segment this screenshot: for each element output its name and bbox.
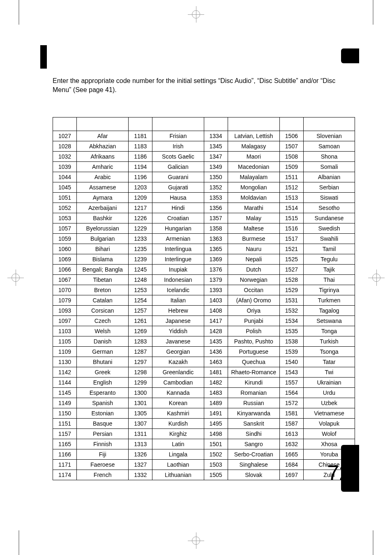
table-row: 1150Estonian1305Kashmiri1491Kinyarwanda1… [53,408,355,419]
language-cell: Frisian [152,131,204,141]
language-cell: Welsh [77,326,129,336]
code-cell: 1417 [204,316,228,326]
code-cell: 1665 [279,449,303,460]
language-cell: Dutch [228,265,279,275]
language-cell: Lithuanian [152,470,204,480]
language-cell: Gujarati [152,182,204,193]
code-cell: 1334 [204,131,228,141]
code-cell: 1052 [53,203,77,213]
page-number: 72 [327,461,351,485]
language-cell: Interlingue [152,254,204,265]
language-cell: Bengali; Bangla [77,265,129,275]
header-language [228,117,279,131]
language-cell: Faeroese [77,460,129,470]
header-language [77,117,129,131]
code-cell: 1245 [129,265,152,275]
language-cell: Sanskrit [228,419,279,429]
code-cell: 1297 [129,357,152,367]
table-row: 1130Bhutani1297Kazakh1463Quechua1540Tata… [53,357,355,367]
language-cell: Swedish [303,223,355,234]
language-cell: Kinyarwanda [228,408,279,419]
language-cell: Bashkir [77,213,129,223]
table-row: 1171Faeroese1327Laothian1503Singhalese16… [53,460,355,470]
language-cell: Tsonga [303,347,355,357]
language-cell: Tonga [303,326,355,336]
table-row: 1149Spanish1301Korean1489Russian1572Uzbe… [53,398,355,408]
language-cell: Danish [77,336,129,347]
language-cell: Thai [303,275,355,285]
table-row: 1093Corsican1257Hebrew1408Oriya1532Tagal… [53,306,355,316]
language-cell: Tatar [303,357,355,367]
language-cell: Shona [303,152,355,162]
code-cell: 1517 [279,234,303,244]
code-cell: 1572 [279,398,303,408]
code-cell: 1217 [129,203,152,213]
intro-text: Enter the appropriate code number for th… [53,76,355,94]
code-cell: 1512 [279,182,303,193]
code-cell: 1463 [204,357,228,367]
code-cell: 1311 [129,429,152,439]
language-cell: Sesotho [303,203,355,213]
language-code-table: 1027Afar1181Frisian1334Latvian, Lettish1… [53,117,355,480]
crop-mark [361,0,374,12]
code-cell: 1357 [204,213,228,223]
language-cell: Singhalese [228,460,279,470]
language-cell: Twi [303,367,355,378]
code-cell: 1498 [204,429,228,439]
code-cell: 1403 [204,295,228,306]
registration-mark-icon [7,269,24,286]
language-cell: Turkish [303,336,355,347]
table-row: 1166Fiji1326Lingala1502Serbo-Croatian166… [53,449,355,460]
code-cell: 1515 [279,213,303,223]
code-cell: 1269 [129,326,152,336]
code-cell: 1697 [279,470,303,480]
code-cell: 1353 [204,193,228,203]
table-row: 1105Danish1283Javanese1435Pashto, Pushto… [53,336,355,347]
code-cell: 1097 [53,316,77,326]
table-header-row [53,117,355,131]
table-row: 1059Bulgarian1233Armenian1363Burmese1517… [53,234,355,244]
header-code [129,117,152,131]
code-cell: 1253 [129,285,152,295]
language-cell: Abkhazian [77,141,129,152]
language-cell: Vietnamese [303,408,355,419]
code-cell: 1369 [204,254,228,265]
code-cell: 1044 [53,172,77,182]
code-cell: 1307 [129,419,152,429]
code-cell: 1436 [204,347,228,357]
code-cell: 1261 [129,316,152,326]
table-row: 1066Bengali; Bangla1245Inupiak1376Dutch1… [53,265,355,275]
language-cell: Latvian, Lettish [228,131,279,141]
code-cell: 1532 [279,306,303,316]
language-cell: Hausa [152,193,204,203]
code-cell: 1632 [279,439,303,449]
code-cell: 1298 [129,367,152,378]
language-cell: Oriya [228,306,279,316]
language-cell: Sangro [228,439,279,449]
code-cell: 1093 [53,306,77,316]
code-cell: 1079 [53,295,77,306]
language-cell: Laothian [152,460,204,470]
code-cell: 1495 [204,419,228,429]
language-cell: Italian [152,295,204,306]
language-cell: Tamil [303,244,355,254]
language-cell: Interlingua [152,244,204,254]
language-cell: Fiji [77,449,129,460]
code-cell: 1166 [53,449,77,460]
code-cell: 1032 [53,152,77,162]
code-cell: 1066 [53,265,77,275]
code-cell: 1313 [129,439,152,449]
language-cell: Kirundi [228,378,279,388]
code-cell: 1103 [53,326,77,336]
code-cell: 1105 [53,336,77,347]
table-row: 1165Finnish1313Latin1501Sangro1632Xhosa [53,439,355,449]
language-cell: Pashto, Pushto [228,336,279,347]
table-row: 1053Bashkir1226Croatian1357Malay1515Sund… [53,213,355,223]
code-cell: 1053 [53,213,77,223]
code-cell: 1408 [204,306,228,316]
code-cell: 1540 [279,357,303,367]
code-cell: 1165 [53,439,77,449]
code-cell: 1349 [204,162,228,172]
language-cell: Punjabi [228,316,279,326]
language-cell: Bhutani [77,357,129,367]
